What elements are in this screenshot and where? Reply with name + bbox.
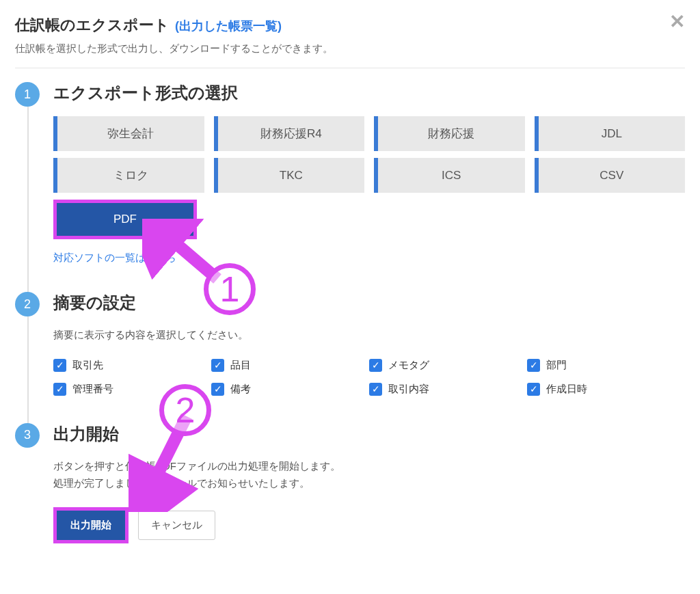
checkmark-icon: ✓ [211,359,224,372]
step-badge-2: 2 [15,292,40,316]
checkmark-icon: ✓ [53,383,66,396]
modal-subtitle: 仕訳帳を選択した形式で出力し、ダウンロードすることができます。 [15,42,685,55]
step-3-desc: ボタンを押すと仕訳帳PDFファイルの出力処理を開始します。 処理が完了しましたら… [53,457,685,492]
checkmark-icon: ✓ [53,359,66,372]
output-list-link[interactable]: (出力した帳票一覧) [175,18,282,34]
step-badge-1: 1 [15,82,40,107]
step-1-title: エクスポート形式の選択 [53,82,685,104]
format-csv[interactable]: CSV [535,158,686,193]
checkbox-item[interactable]: ✓ 品目 [211,359,369,372]
close-icon[interactable]: ✕ [669,12,685,31]
format-miroku[interactable]: ミロク [53,158,204,193]
format-tkc[interactable]: TKC [214,158,365,193]
step-2-desc: 摘要に表示する内容を選択してください。 [53,326,685,344]
format-zaimu[interactable]: 財務応援 [374,116,525,151]
steps-container: 1 エクスポート形式の選択 弥生会計 財務応援R4 財務応援 JDL ミロク T… [15,68,685,550]
step-3: 3 出力開始 ボタンを押すと仕訳帳PDFファイルの出力処理を開始します。 処理が… [15,423,685,550]
export-modal: ✕ 仕訳帳のエクスポート (出力した帳票一覧) 仕訳帳を選択した形式で出力し、ダ… [0,0,700,578]
checkbox-department[interactable]: ✓ 部門 [527,359,685,372]
checkbox-memotag[interactable]: ✓ メモタグ [369,359,527,372]
format-ics[interactable]: ICS [374,158,525,193]
annotation-highlight-submit: 出力開始 [53,507,129,543]
checkbox-management-no[interactable]: ✓ 管理番号 [53,383,211,396]
format-jdl[interactable]: JDL [535,116,686,151]
modal-header: 仕訳帳のエクスポート (出力した帳票一覧) 仕訳帳を選択した形式で出力し、ダウン… [15,15,685,68]
step-2: 2 摘要の設定 摘要に表示する内容を選択してください。 ✓ 取引先 ✓ 品目 ✓ [15,292,685,423]
step-badge-3: 3 [15,423,40,448]
format-yayoi[interactable]: 弥生会計 [53,116,204,151]
submit-button[interactable]: 出力開始 [57,511,125,540]
checkmark-icon: ✓ [369,383,382,396]
checkmark-icon: ✓ [527,383,540,396]
step-3-title: 出力開始 [53,423,685,445]
checkmark-icon: ✓ [527,359,540,372]
checkbox-transaction[interactable]: ✓ 取引内容 [369,383,527,396]
checkmark-icon: ✓ [211,383,224,396]
format-zaimu-r4[interactable]: 財務応援R4 [214,116,365,151]
step-2-title: 摘要の設定 [53,292,685,314]
annotation-highlight-pdf: PDF [53,200,197,239]
checkbox-remarks[interactable]: ✓ 備考 [211,383,369,396]
format-grid: 弥生会計 財務応援R4 財務応援 JDL ミロク TKC ICS CSV [53,116,685,193]
modal-title: 仕訳帳のエクスポート [15,15,170,36]
format-pdf[interactable]: PDF [57,203,193,236]
cancel-button[interactable]: キャンセル [138,511,215,540]
checkbox-created-at[interactable]: ✓ 作成日時 [527,383,685,396]
checkbox-grid: ✓ 取引先 ✓ 品目 ✓ メモタグ ✓ 部門 [53,359,685,396]
supported-software-link[interactable]: 対応ソフトの一覧はこちら [53,252,685,265]
step-1: 1 エクスポート形式の選択 弥生会計 財務応援R4 財務応援 JDL ミロク T… [15,82,685,292]
checkbox-partner[interactable]: ✓ 取引先 [53,359,211,372]
checkmark-icon: ✓ [369,359,382,372]
